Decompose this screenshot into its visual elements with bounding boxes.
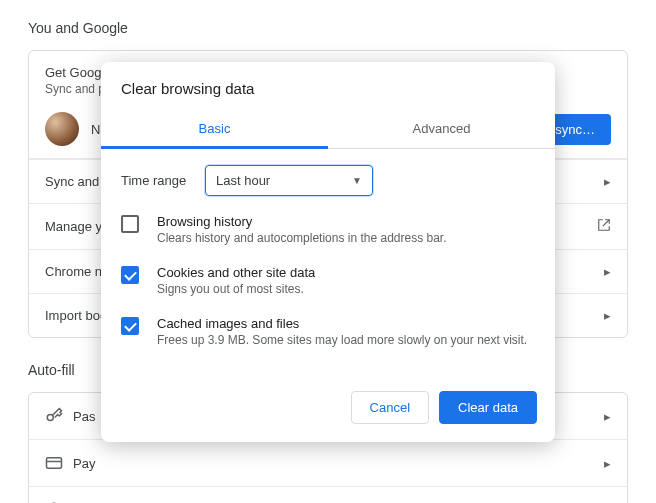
dialog-tabs: Basic Advanced xyxy=(101,111,555,149)
option-cookies-sub: Signs you out of most sites. xyxy=(157,282,315,296)
option-cookies: Cookies and other site data Signs you ou… xyxy=(101,255,555,306)
chevron-right-icon: ▸ xyxy=(604,308,611,323)
svg-point-0 xyxy=(47,415,53,421)
clear-data-button[interactable]: Clear data xyxy=(439,391,537,424)
checkbox-cookies[interactable] xyxy=(121,266,139,284)
tab-advanced[interactable]: Advanced xyxy=(328,111,555,148)
row-passwords-label: Pas xyxy=(73,409,95,424)
profile-name: N xyxy=(91,122,100,137)
credit-card-icon xyxy=(45,454,73,472)
time-range-value: Last hour xyxy=(216,173,270,188)
option-cache-title: Cached images and files xyxy=(157,316,527,331)
clear-browsing-data-dialog: Clear browsing data Basic Advanced Time … xyxy=(101,62,555,442)
time-range-row: Time range Last hour ▼ xyxy=(101,149,555,204)
chevron-right-icon: ▸ xyxy=(604,174,611,189)
option-cache: Cached images and files Frees up 3.9 MB.… xyxy=(101,306,555,357)
chevron-right-icon: ▸ xyxy=(604,264,611,279)
svg-rect-1 xyxy=(47,458,62,469)
row-manage-label: Manage yo xyxy=(45,219,109,234)
option-history-sub: Clears history and autocompletions in th… xyxy=(157,231,447,245)
caret-down-icon: ▼ xyxy=(352,175,362,186)
row-chrome-label: Chrome na xyxy=(45,264,109,279)
tab-basic[interactable]: Basic xyxy=(101,111,328,149)
option-browsing-history: Browsing history Clears history and auto… xyxy=(101,204,555,255)
cancel-button[interactable]: Cancel xyxy=(351,391,429,424)
time-range-label: Time range xyxy=(121,173,205,188)
avatar xyxy=(45,112,79,146)
row-payments[interactable]: Pay ▸ xyxy=(29,439,627,486)
dialog-title: Clear browsing data xyxy=(101,80,555,111)
row-import-label: Import boo xyxy=(45,308,107,323)
section-heading-you-and-google: You and Google xyxy=(28,20,628,36)
checkbox-cache[interactable] xyxy=(121,317,139,335)
checkbox-browsing-history[interactable] xyxy=(121,215,139,233)
dialog-actions: Cancel Clear data xyxy=(101,357,555,426)
key-icon xyxy=(45,407,73,425)
row-payments-label: Pay xyxy=(73,456,95,471)
chevron-right-icon: ▸ xyxy=(604,456,611,471)
option-cache-sub: Frees up 3.9 MB. Some sites may load mor… xyxy=(157,333,527,347)
option-history-title: Browsing history xyxy=(157,214,447,229)
option-cookies-title: Cookies and other site data xyxy=(157,265,315,280)
external-link-icon xyxy=(597,218,611,235)
time-range-select[interactable]: Last hour ▼ xyxy=(205,165,373,196)
row-addresses[interactable]: Addresses and more ▸ xyxy=(29,486,627,503)
chevron-right-icon: ▸ xyxy=(604,409,611,424)
